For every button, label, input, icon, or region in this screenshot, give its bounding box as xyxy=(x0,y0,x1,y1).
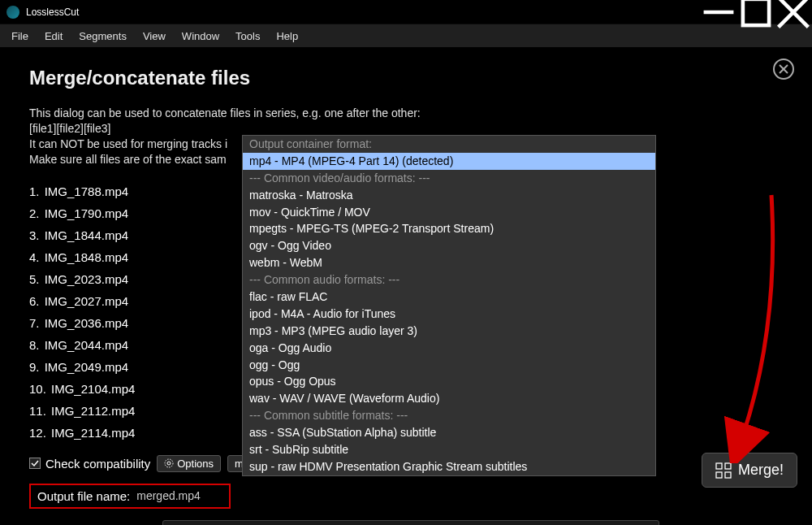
menu-tools[interactable]: Tools xyxy=(227,27,268,46)
app-icon xyxy=(6,6,19,19)
svg-rect-1 xyxy=(743,0,769,25)
svg-rect-9 xyxy=(725,463,731,469)
dropdown-option[interactable]: srt - SubRip subtitle xyxy=(243,441,655,458)
menu-segments[interactable]: Segments xyxy=(71,27,135,46)
gear-icon xyxy=(164,458,174,468)
dropdown-option[interactable]: webm - WebM xyxy=(243,254,655,271)
check-compatibility-label: Check compatibility xyxy=(45,457,150,471)
dropdown-option[interactable]: mov - QuickTime / MOV xyxy=(243,204,655,221)
dialog-close-button[interactable] xyxy=(773,59,794,80)
dialog-title: Merge/concatenate files xyxy=(29,67,783,89)
window-controls xyxy=(700,0,812,24)
menu-window[interactable]: Window xyxy=(174,27,227,46)
check-compatibility-checkbox[interactable]: Check compatibility xyxy=(29,457,150,471)
dropdown-option[interactable]: ogv - Ogg Video xyxy=(243,237,655,254)
dropdown-option[interactable]: wav - WAV / WAVE (Waveform Audio) xyxy=(243,390,655,407)
dropdown-section: --- Common subtitle formats: --- xyxy=(243,407,655,424)
svg-point-6 xyxy=(167,462,171,465)
dropdown-option[interactable]: mp3 - MP3 (MPEG audio layer 3) xyxy=(243,323,655,340)
dropdown-option[interactable]: opus - Ogg Opus xyxy=(243,373,655,390)
menu-edit[interactable]: Edit xyxy=(37,27,71,46)
titlebar: LosslessCut xyxy=(0,0,812,24)
format-dropdown[interactable]: Output container format: mp4 - MP4 (MPEG… xyxy=(242,135,656,476)
menu-file[interactable]: File xyxy=(3,27,37,46)
dropdown-option[interactable]: ogg - Ogg xyxy=(243,357,655,374)
dropdown-header: Output container format: xyxy=(243,136,655,153)
desc-line: [file1][file2][file3] xyxy=(29,121,783,137)
dropdown-option[interactable]: sup - raw HDMV Presentation Graphic Stre… xyxy=(243,458,655,475)
options-button[interactable]: Options xyxy=(157,455,221,472)
menubar: File Edit Segments View Window Tools Hel… xyxy=(0,24,812,47)
window-title: LosslessCut xyxy=(26,7,79,18)
output-filename-label: Output file name: xyxy=(37,489,130,503)
merge-icon xyxy=(715,462,732,479)
dropdown-option[interactable]: ass - SSA (SubStation Alpha) subtitle xyxy=(243,424,655,441)
svg-point-7 xyxy=(165,459,173,467)
svg-rect-8 xyxy=(716,463,722,469)
output-filename-row: Output file name: merged.mp4 xyxy=(29,484,231,509)
maximize-button[interactable] xyxy=(737,0,775,24)
dropdown-option[interactable]: mp4 - MP4 (MPEG-4 Part 14) (detected) xyxy=(243,153,655,170)
close-button[interactable] xyxy=(775,0,812,24)
menu-help[interactable]: Help xyxy=(268,27,306,46)
options-label: Options xyxy=(177,458,214,470)
dropdown-option[interactable]: ipod - M4A - Audio for iTunes xyxy=(243,306,655,323)
dropdown-option[interactable]: mpegts - MPEG-TS (MPEG-2 Transport Strea… xyxy=(243,220,655,237)
menu-view[interactable]: View xyxy=(135,27,174,46)
dropdown-section: --- Common video/audio formats: --- xyxy=(243,170,655,187)
dropdown-option[interactable]: flac - raw FLAC xyxy=(243,289,655,306)
merge-button[interactable]: Merge! xyxy=(702,453,797,488)
merge-label: Merge! xyxy=(738,462,784,479)
output-input-background xyxy=(162,520,659,525)
svg-rect-10 xyxy=(716,472,722,478)
dropdown-option[interactable]: oga - Ogg Audio xyxy=(243,340,655,357)
checkbox-icon xyxy=(29,458,41,469)
desc-line: This dialog can be used to concatenate f… xyxy=(29,106,783,121)
minimize-button[interactable] xyxy=(700,0,737,24)
dropdown-option[interactable]: matroska - Matroska xyxy=(243,187,655,204)
svg-rect-11 xyxy=(725,472,731,478)
dropdown-section: --- Common audio formats: --- xyxy=(243,271,655,289)
output-filename-input[interactable]: merged.mp4 xyxy=(136,489,201,502)
